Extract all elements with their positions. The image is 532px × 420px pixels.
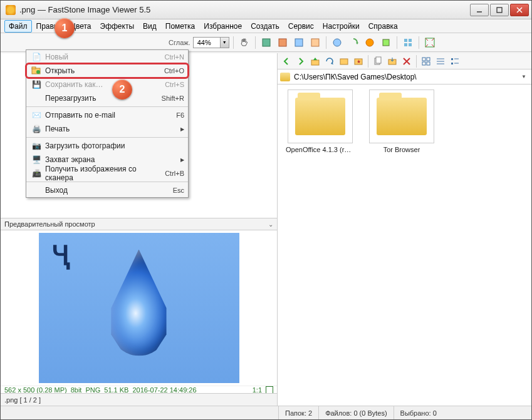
- right-pane: ★ ▼ OpenOffice 4.1.3 (ru)…: [278, 53, 531, 406]
- nav-fav-icon[interactable]: [338, 55, 350, 68]
- svg-marker-9: [356, 43, 358, 44]
- svg-rect-25: [422, 58, 425, 61]
- svg-rect-23: [376, 57, 381, 63]
- svg-point-10: [366, 39, 373, 46]
- folder-label: OpenOffice 4.1.3 (ru)…: [286, 146, 355, 153]
- svg-rect-19: [340, 59, 348, 64]
- menu-saveas[interactable]: 💾 Сохранить как… Ctrl+S: [26, 78, 188, 91]
- svg-rect-6: [295, 39, 303, 46]
- move-icon[interactable]: [386, 55, 399, 68]
- maximize-button[interactable]: [490, 4, 509, 16]
- zoom-combo[interactable]: ▼: [193, 36, 229, 49]
- folder-icon: [280, 73, 290, 81]
- menu-print[interactable]: 🖨️ Печать ▶: [26, 122, 188, 136]
- svg-rect-14: [404, 43, 407, 46]
- menu-new[interactable]: 📄 Новый Ctrl+N: [26, 50, 188, 64]
- status-selected: Выбрано: 0: [394, 406, 443, 419]
- path-input[interactable]: [293, 72, 519, 82]
- svg-rect-34: [451, 63, 453, 64]
- smooth-label: Сглаж.: [169, 39, 190, 46]
- app-window: .png — FastStone Image Viewer 5.5 Файл П…: [0, 0, 532, 420]
- svg-rect-11: [383, 39, 389, 46]
- print-icon: 🖨️: [30, 125, 43, 133]
- svg-rect-4: [263, 39, 270, 46]
- folder-label: Tor Browser: [383, 146, 420, 153]
- tool-8-icon[interactable]: [379, 36, 393, 49]
- tool-2-icon[interactable]: [276, 36, 289, 49]
- preview-header[interactable]: Предварительный просмотр ⌄: [1, 218, 277, 230]
- svg-rect-5: [279, 39, 286, 46]
- nav-fav2-icon[interactable]: ★: [352, 55, 365, 68]
- svg-point-38: [36, 70, 40, 74]
- preview-image: Ҷ: [1, 230, 277, 386]
- menu-view[interactable]: Вид: [138, 20, 161, 33]
- menu-open[interactable]: Открыть Ctrl+O: [26, 64, 188, 78]
- email-icon: ✉️: [30, 111, 43, 120]
- folder-view[interactable]: OpenOffice 4.1.3 (ru)… Tor Browser: [278, 85, 531, 406]
- view-list-icon[interactable]: [449, 55, 461, 68]
- menu-service[interactable]: Сервис: [284, 20, 318, 33]
- tool-4-icon[interactable]: [308, 36, 322, 49]
- folder-thumb-icon: [288, 90, 353, 143]
- menu-create[interactable]: Создать: [246, 20, 284, 33]
- svg-point-8: [333, 39, 341, 46]
- status-folders: Папок: 2: [279, 406, 319, 419]
- nav-forward-icon[interactable]: [295, 55, 307, 68]
- nav-refresh-icon[interactable]: [323, 55, 336, 68]
- zoom-input[interactable]: [193, 37, 221, 48]
- svg-rect-1: [497, 8, 502, 13]
- menu-effects[interactable]: Эффекты: [96, 20, 139, 33]
- left-footer-text: .png [ 1 / 2 ]: [4, 396, 41, 404]
- tool-9-icon[interactable]: [401, 36, 415, 49]
- menu-exit[interactable]: Выход Esc: [26, 183, 188, 197]
- folder-item[interactable]: Tor Browser: [364, 90, 439, 153]
- menu-file[interactable]: Файл: [4, 20, 32, 33]
- submenu-arrow-icon: ▶: [180, 157, 184, 163]
- svg-rect-7: [311, 39, 319, 46]
- menu-reload[interactable]: Перезагрузить Shift+R: [26, 91, 188, 105]
- view-thumbs-icon[interactable]: [420, 55, 432, 68]
- tool-7-icon[interactable]: [363, 36, 377, 49]
- tool-6-icon[interactable]: [347, 36, 360, 49]
- svg-rect-13: [409, 39, 412, 42]
- minimize-button[interactable]: [470, 4, 489, 16]
- view-details-icon[interactable]: [434, 55, 447, 68]
- folder-thumb-icon: [369, 90, 434, 143]
- menu-scanner[interactable]: 📠 Получить изображения со сканера Ctrl+B: [26, 166, 188, 180]
- browser-toolbar: ★: [278, 53, 531, 69]
- nav-back-icon[interactable]: [280, 55, 293, 68]
- delete-icon[interactable]: [400, 55, 413, 68]
- title-bar: .png — FastStone Image Viewer 5.5: [1, 1, 531, 19]
- menu-help[interactable]: Справка: [364, 20, 402, 33]
- menu-upload[interactable]: 📷 Загрузить фотографии: [26, 139, 188, 153]
- zoom-dropdown-icon[interactable]: ▼: [221, 37, 229, 48]
- menu-settings[interactable]: Настройки: [318, 20, 364, 33]
- path-dropdown-icon[interactable]: ▼: [519, 74, 529, 79]
- tool-3-icon[interactable]: [292, 36, 306, 49]
- menu-email[interactable]: ✉️ Отправить по e-mail F6: [26, 108, 188, 122]
- nav-up-icon[interactable]: [309, 55, 321, 68]
- close-button[interactable]: [510, 4, 529, 16]
- scanner-icon: 📠: [30, 169, 43, 178]
- svg-rect-26: [427, 58, 430, 61]
- copy-icon[interactable]: [372, 55, 384, 68]
- menu-mark[interactable]: Пометка: [161, 20, 200, 33]
- tool-1-icon[interactable]: [259, 36, 273, 49]
- upload-icon: 📷: [30, 141, 43, 150]
- app-icon: [6, 5, 16, 15]
- menu-bar: Файл Правка Цвета Эффекты Вид Пометка Из…: [1, 19, 531, 33]
- preview-area: Ҷ 562 x 500 (0.28 MP) 8bit PNG 51.1 KB 2…: [1, 230, 277, 393]
- fullscreen-icon[interactable]: [423, 36, 437, 49]
- preview-collapse-icon[interactable]: ⌄: [268, 221, 273, 228]
- svg-rect-37: [32, 67, 36, 69]
- annotation-marker-2: 2: [112, 79, 132, 100]
- new-file-icon: 📄: [30, 53, 43, 61]
- window-title: .png — FastStone Image Viewer 5.5: [19, 5, 470, 14]
- hand-tool-icon[interactable]: [237, 36, 251, 49]
- menu-favorites[interactable]: Избранное: [199, 20, 246, 33]
- svg-text:★: ★: [357, 59, 361, 64]
- folder-item[interactable]: OpenOffice 4.1.3 (ru)…: [283, 90, 358, 153]
- status-bar: Папок: 2 Файлов: 0 (0 Bytes) Выбрано: 0: [1, 406, 531, 419]
- tool-5-icon[interactable]: [330, 36, 344, 49]
- status-files: Файлов: 0 (0 Bytes): [319, 406, 394, 419]
